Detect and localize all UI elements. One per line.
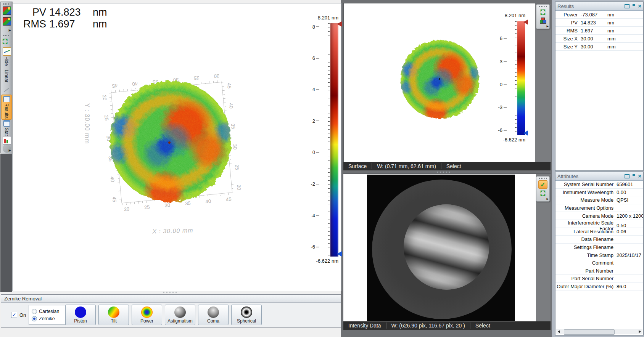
toolbar-grip[interactable] [539, 6, 547, 7]
y-tick-label: 45 [111, 196, 117, 202]
colorbar-tick: 0 [500, 81, 502, 87]
view-3d-cube-icon[interactable] [539, 17, 547, 24]
colorbar-max-label: 8.201 nm [486, 13, 525, 18]
y-tick-label-far: 25 [234, 164, 240, 170]
colorbar-max-label: 8.201 nm [296, 15, 338, 21]
pv-unit: nm [93, 6, 107, 18]
colorbar-tick: -6 [498, 127, 502, 133]
toolbar-expand-icon[interactable]: ▶ [547, 197, 549, 201]
colorbar-max-marker[interactable] [337, 21, 342, 27]
tab-hide[interactable]: Hide [2, 56, 11, 69]
results-dock: Results × Power -73.087 nm PV 14.823 nm … [555, 2, 644, 171]
attribute-row: Lateral Resolution0.06 [555, 228, 643, 236]
surface-3d-cursor-dot [168, 141, 171, 144]
surface-2d-cursor-dot [439, 78, 440, 80]
colorbar-tick: 2 [312, 118, 315, 124]
x-tick-label-far: 20 [214, 73, 220, 79]
intensity-image[interactable] [367, 175, 515, 321]
tilt-button[interactable]: Tilt [98, 305, 129, 325]
statusbar-select-mode[interactable]: Select [470, 323, 495, 329]
surface-statusbar: Surface W: (0.71 mm, 62.61 mm) Select [343, 162, 551, 170]
x-tick-label-far: 40 [132, 81, 138, 87]
surface-map-icon[interactable] [3, 17, 11, 26]
center-splitter[interactable] [437, 172, 450, 173]
scrollbar-thumb[interactable] [564, 329, 615, 335]
toolbar-expand-icon[interactable]: ▶ [9, 29, 11, 32]
attribute-row: Camera Mode1200 x 1200 @ [555, 212, 643, 220]
tab-linear[interactable]: Linear [2, 69, 11, 86]
attribute-row: Interferometric Scale Factor0.50 [555, 220, 643, 228]
radio-selected-icon [32, 316, 37, 321]
application-window: ▶ ◤◥◣◢ Hide Linear Results Stats ▶ PV 14… [0, 0, 644, 337]
colorbar-2d[interactable] [517, 21, 525, 135]
y-tick-label-far: 45 [226, 83, 232, 89]
power-button[interactable]: Power [132, 305, 162, 325]
toolbar-expand-icon[interactable]: ▶ [547, 25, 549, 28]
radio-cartesian[interactable]: Cartesian [32, 309, 66, 314]
linear-profile-icon[interactable] [3, 87, 10, 93]
horizontal-scrollbar[interactable] [556, 329, 642, 334]
radio-zernike[interactable]: Zernike [32, 316, 66, 321]
profile-chart-icon[interactable] [3, 47, 11, 56]
toolbar-expand-icon[interactable]: ▶ [9, 149, 11, 152]
results-dock-title: Results [557, 3, 574, 9]
pin-icon[interactable] [632, 174, 635, 178]
surface-plot-icon[interactable] [3, 6, 11, 15]
colorbar-tick: 8 [312, 24, 315, 29]
pv-value: 14.823 [49, 6, 90, 18]
statusbar-select-mode[interactable]: Select [441, 163, 466, 169]
colorbar-tick: -2 [311, 181, 315, 187]
zernike-on-label: On [19, 312, 26, 318]
stats-window-icon [3, 120, 10, 127]
statusbar-view-name: Surface [343, 163, 372, 169]
toolbar-grip[interactable] [3, 35, 10, 36]
colorbar-min-marker[interactable] [337, 251, 342, 257]
toolbar-grip[interactable] [539, 178, 547, 179]
result-row: PV 14.823 nm [555, 19, 643, 27]
coma-button[interactable]: Coma [198, 305, 229, 325]
close-icon[interactable]: × [638, 174, 641, 178]
piston-button[interactable]: Piston [65, 305, 96, 325]
colorbar-min-marker[interactable] [523, 130, 528, 136]
horizontal-splitter[interactable] [163, 292, 177, 293]
surface-3d-map[interactable] [110, 81, 231, 202]
x-tick-label: 20 [124, 206, 130, 212]
x-tick-label: 25 [144, 204, 150, 210]
zernike-on-checkbox[interactable]: ✓ On [11, 312, 26, 318]
scroll-right-arrow-icon[interactable] [637, 329, 642, 334]
attributes-dock-titlebar: Attributes × [555, 172, 643, 181]
measurement-check-icon[interactable]: ✓ [538, 180, 547, 189]
spherical-icon [241, 307, 252, 318]
x-tick-label: 45 [225, 196, 232, 202]
radio-icon [32, 309, 37, 314]
scroll-left-arrow-icon[interactable] [556, 329, 562, 334]
pin-icon[interactable] [632, 4, 635, 8]
toolbar-grip[interactable] [3, 3, 10, 5]
tab-results[interactable]: Results [1, 95, 12, 120]
attribute-row: Data Filename [555, 236, 643, 244]
intensity-mini-toolbar: ✓ ◤◥◣◢ ▶ [536, 176, 550, 202]
rms-value: 1.697 [49, 18, 90, 30]
colorbar-tick: 3 [500, 58, 502, 64]
statusbar-cursor-readout: W: (0.71 mm, 62.61 mm) [372, 163, 441, 169]
colorbar-tick: 4 [312, 87, 315, 92]
attribute-row: Comment [555, 259, 643, 267]
minimize-icon[interactable] [625, 174, 630, 178]
autoscale-arrows-icon[interactable]: ◤◥◣◢ [3, 39, 10, 45]
results-dock-titlebar: Results × [555, 2, 643, 11]
attribute-row: Outer Major Diameter (%)86.0 [555, 283, 643, 291]
spherical-button[interactable]: Spherical [231, 305, 262, 325]
attribute-row: Instrument Wavelength0.00 [555, 189, 643, 197]
astigmatism-button[interactable]: Astigmatism [165, 305, 195, 325]
minimize-icon[interactable] [625, 4, 630, 8]
histogram-icon[interactable] [3, 136, 11, 144]
attribute-row: Time Stamp2025/10/17 9:42 [555, 251, 643, 259]
attributes-dock: Attributes × System Serial Number659601 … [555, 172, 644, 335]
colorbar-3d[interactable] [330, 23, 338, 257]
colorbar-max-marker[interactable] [523, 19, 528, 25]
close-icon[interactable]: × [638, 4, 641, 8]
colorbar-minor-ticks [515, 21, 517, 135]
autoscale-arrows-icon[interactable]: ◤◥◣◢ [539, 8, 547, 16]
zernike-mode-group: Cartesian Zernike [29, 305, 66, 325]
autoscale-arrows-icon[interactable]: ◤◥◣◢ [539, 189, 547, 197]
